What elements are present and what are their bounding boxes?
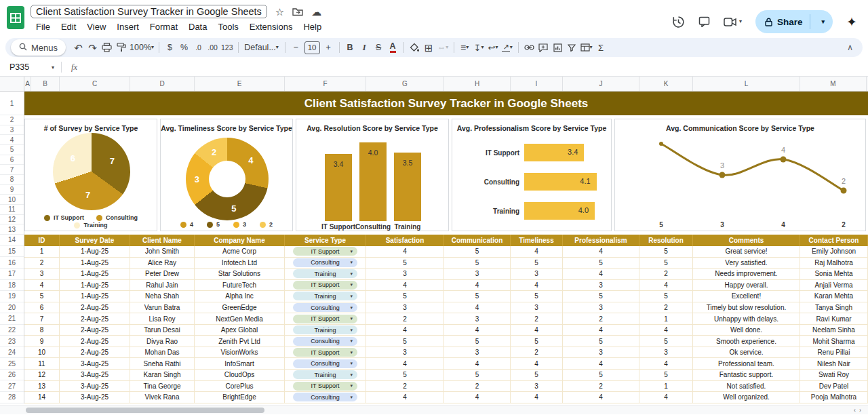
column-header-m[interactable]: M xyxy=(800,77,867,91)
cell[interactable]: Sneha Rathi xyxy=(130,358,195,369)
cell[interactable]: 5 xyxy=(366,370,444,380)
cell[interactable]: Very satisfied. xyxy=(693,258,800,269)
cell[interactable]: 4 xyxy=(511,358,563,369)
column-header-k[interactable]: K xyxy=(639,77,693,91)
cell[interactable]: 5 xyxy=(563,370,639,380)
cell[interactable]: Infotech Ltd xyxy=(195,258,285,269)
cell[interactable]: 3 xyxy=(511,302,563,313)
cell[interactable]: 6 xyxy=(24,302,60,313)
menu-edit[interactable]: Edit xyxy=(56,20,81,33)
chart-donut-timeliness[interactable]: Avg. Timeliness Score by Service Type453… xyxy=(160,119,293,231)
text-rotation-icon[interactable]: ↗▾ xyxy=(500,40,515,55)
cell[interactable]: Professional team. xyxy=(693,358,800,369)
borders-icon[interactable]: ⊞ xyxy=(422,40,436,55)
chart-bar-resolution[interactable]: Avg. Resolution Score by Service Type3.4… xyxy=(296,119,449,231)
cell[interactable]: 4 xyxy=(444,392,511,403)
cell[interactable]: 5 xyxy=(24,291,60,302)
table-row[interactable]: 143-Aug-25Vivek RanaBrightEdgeConsulting… xyxy=(24,392,868,403)
cell[interactable]: 10 xyxy=(24,347,60,358)
table-row[interactable]: 133-Aug-25Tina GeorgeCorePlusIT Support▾… xyxy=(24,381,868,393)
sheet-grid[interactable]: 1234567891011121314151617181920212223242… xyxy=(0,92,868,415)
cell[interactable]: 5 xyxy=(366,336,444,347)
cell[interactable]: Neha Shah xyxy=(130,291,195,302)
cell[interactable]: 5 xyxy=(444,246,511,257)
cell[interactable]: 3 xyxy=(563,347,639,358)
cell[interactable]: 3 xyxy=(24,269,60,279)
cell[interactable]: 2-Aug-25 xyxy=(60,325,130,336)
table-row[interactable]: 62-Aug-25Varun BatraGreenEdgeConsulting▾… xyxy=(24,302,868,314)
banner-title[interactable]: Client Satisfaction Survey Tracker in Go… xyxy=(24,92,868,115)
scroll-right-icon[interactable]: › xyxy=(859,407,865,414)
cell[interactable]: Well done. xyxy=(693,325,800,336)
cell[interactable]: 4 xyxy=(563,246,639,257)
italic-icon[interactable]: I xyxy=(357,40,372,55)
row-header-22[interactable]: 22 xyxy=(0,325,24,336)
cell[interactable]: 4 xyxy=(444,358,511,369)
table-row[interactable]: 92-Aug-25Divya RaoZenith Pvt LtdConsulti… xyxy=(24,336,868,347)
menu-data[interactable]: Data xyxy=(183,20,212,33)
cell[interactable]: 2 xyxy=(366,381,444,392)
cell[interactable]: Excellent! xyxy=(693,291,800,302)
cell[interactable]: 5 xyxy=(639,370,693,380)
chart-hbar-professionalism[interactable]: Avg. Professionalism Score by Service Ty… xyxy=(452,119,612,231)
menu-view[interactable]: View xyxy=(81,20,111,33)
print-icon[interactable] xyxy=(100,40,114,55)
cell[interactable]: NextGen Media xyxy=(195,313,285,324)
share-dropdown-caret[interactable]: ▾ xyxy=(816,18,831,25)
insert-chart-icon[interactable] xyxy=(551,40,565,55)
cell[interactable]: Unhappy with delays. xyxy=(693,313,800,324)
cell[interactable]: 5 xyxy=(511,291,563,302)
cell[interactable]: Alice Ray xyxy=(130,258,195,269)
service-type-dropdown[interactable]: Training▾ xyxy=(293,370,357,379)
cell[interactable]: 1-Aug-25 xyxy=(60,291,130,302)
cell[interactable]: Nilesh Nair xyxy=(800,358,868,369)
meet-video-icon[interactable]: ▾ xyxy=(724,18,742,26)
decrease-font-size-icon[interactable]: − xyxy=(289,40,303,55)
row-header-19[interactable]: 19 xyxy=(0,291,24,302)
cell[interactable]: 5 xyxy=(563,291,639,302)
cell[interactable]: 5 xyxy=(639,246,693,257)
row-header-12[interactable]: 12 xyxy=(0,215,24,225)
column-header-d[interactable]: D xyxy=(130,77,195,91)
cell[interactable]: Happy overall. xyxy=(693,280,800,291)
share-button[interactable]: Share ▾ xyxy=(755,10,833,33)
service-type-dropdown[interactable]: IT Support▾ xyxy=(293,247,357,256)
cell[interactable]: 5 xyxy=(366,258,444,269)
column-header-c[interactable]: C xyxy=(60,77,130,91)
cell[interactable]: Not satisfied. xyxy=(693,381,800,392)
table-row[interactable]: 51-Aug-25Neha ShahAlpha IncTraining▾5555… xyxy=(24,291,868,302)
cell[interactable]: 3 xyxy=(444,347,511,358)
cell[interactable]: Dev Patel xyxy=(800,381,868,392)
cell[interactable]: 2 xyxy=(563,313,639,324)
cell[interactable]: Tarun Desai xyxy=(130,325,195,336)
format-currency-icon[interactable]: $ xyxy=(163,40,177,55)
column-header-j[interactable]: J xyxy=(563,77,639,91)
table-row[interactable]: 21-Aug-25Alice RayInfotech LtdConsulting… xyxy=(24,258,868,269)
service-type-dropdown[interactable]: Consulting▾ xyxy=(293,303,357,312)
cell[interactable]: 4 xyxy=(563,269,639,279)
paint-format-icon[interactable] xyxy=(114,40,128,55)
cell[interactable]: 1-Aug-25 xyxy=(60,269,130,279)
cell[interactable]: Lisa Roy xyxy=(130,313,195,324)
cell[interactable]: 3 xyxy=(366,347,444,358)
cell[interactable]: Ravi Kumar xyxy=(800,313,868,324)
cell[interactable]: 1 xyxy=(24,246,60,257)
menu-insert[interactable]: Insert xyxy=(111,20,144,33)
cell[interactable]: 3-Aug-25 xyxy=(60,370,130,380)
cell[interactable]: 5 xyxy=(639,291,693,302)
cell[interactable]: 13 xyxy=(24,381,60,392)
font-size-input[interactable]: 10 xyxy=(304,41,320,54)
cell[interactable]: Karan Mehta xyxy=(800,291,868,302)
horizontal-align-icon[interactable]: ≡▾ xyxy=(458,40,472,55)
strikethrough-icon[interactable]: S xyxy=(372,40,386,55)
cell[interactable]: 2-Aug-25 xyxy=(60,302,130,313)
table-row[interactable]: 72-Aug-25Lisa RoyNextGen MediaIT Support… xyxy=(24,313,868,325)
service-type-dropdown[interactable]: Consulting▾ xyxy=(293,337,357,346)
row-header-18[interactable]: 18 xyxy=(0,280,24,292)
cell-name-box[interactable]: P335 xyxy=(9,62,52,72)
cell[interactable]: BrightEdge xyxy=(195,392,285,403)
table-row[interactable]: 82-Aug-25Tarun DesaiApex GlobalTraining▾… xyxy=(24,325,868,336)
cell[interactable]: 2 xyxy=(639,269,693,279)
row-header-3[interactable]: 3 xyxy=(0,125,24,136)
row-header-20[interactable]: 20 xyxy=(0,302,24,314)
